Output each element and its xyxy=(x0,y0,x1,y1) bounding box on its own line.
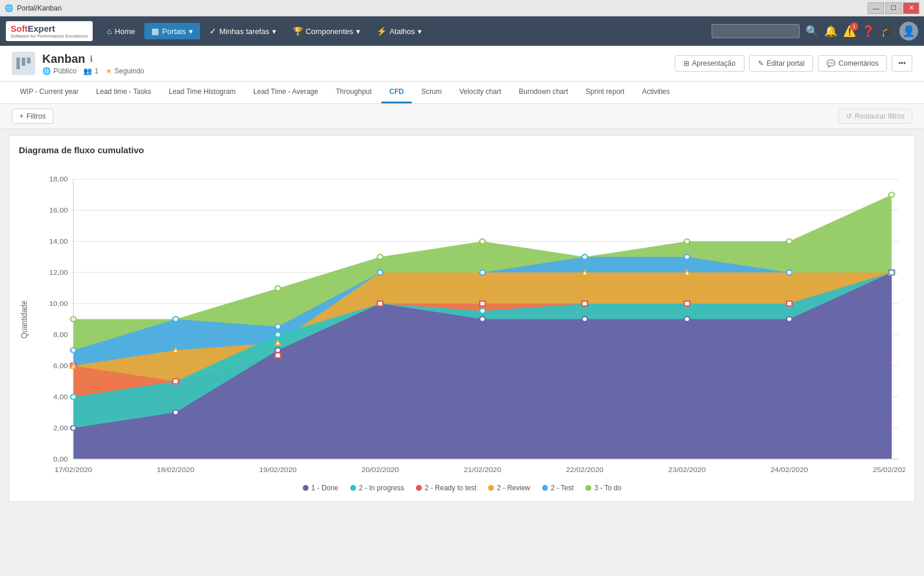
nav-componentes[interactable]: 🏆 Componentes ▾ xyxy=(286,23,367,39)
title-bar-icon: 🌐 xyxy=(5,4,13,12)
page-title-group: Kanban ℹ 🌐 Público 👥 1 ★ Seguindo xyxy=(42,52,144,75)
maximize-button[interactable]: ☐ xyxy=(885,2,902,14)
atalhos-icon: ⚡ xyxy=(377,26,387,36)
edit-icon: ✎ xyxy=(758,59,764,68)
svg-text:25/02/2020: 25/02/2020 xyxy=(873,466,905,473)
page-title: Kanban xyxy=(42,52,85,66)
done-point-8 xyxy=(787,316,792,321)
nav-home[interactable]: ⌂ Home xyxy=(100,23,142,39)
tab-velocity-chart[interactable]: Velocity chart xyxy=(451,82,509,103)
chart-container: Quantidade 18,00 16,00 14,00 12,00 10,00… xyxy=(19,161,905,478)
ready-color xyxy=(416,485,422,491)
nav-portais[interactable]: ▦ Portais ▾ xyxy=(144,23,199,39)
todo-point-7 xyxy=(684,239,689,244)
tab-activities[interactable]: Activities xyxy=(634,82,678,103)
close-button[interactable]: ✕ xyxy=(903,2,919,14)
inprog-point-5 xyxy=(480,308,485,313)
done-point-7 xyxy=(684,316,689,321)
test-point-5 xyxy=(480,270,485,275)
done-point-5 xyxy=(480,316,485,321)
editar-portal-button[interactable]: ✎ Editar portal xyxy=(749,55,814,72)
settings-button[interactable]: 🎓 xyxy=(881,25,893,38)
restore-icon: ↺ xyxy=(846,112,852,120)
help-button[interactable]: ❓ xyxy=(862,25,875,38)
tab-sprint-report[interactable]: Sprint report xyxy=(577,82,632,103)
alerts-button[interactable]: ⚠️ 1 xyxy=(843,25,856,38)
kanban-icon xyxy=(12,52,35,75)
followers-count: 1 xyxy=(94,67,99,75)
search-input[interactable] xyxy=(712,24,800,38)
inprog-point-3 xyxy=(275,332,280,337)
review-color xyxy=(488,485,494,491)
cfd-chart: Quantidade 18,00 16,00 14,00 12,00 10,00… xyxy=(19,161,905,478)
svg-text:10,00: 10,00 xyxy=(49,300,68,308)
info-icon[interactable]: ℹ xyxy=(90,54,93,63)
user-avatar[interactable]: 👤 xyxy=(899,22,918,41)
filter-bar: + Filtros ↺ Restaurar filtros xyxy=(0,104,924,129)
atalhos-dropdown-icon: ▾ xyxy=(418,27,422,36)
svg-text:22/02/2020: 22/02/2020 xyxy=(566,466,604,473)
tab-throughput[interactable]: Throughput xyxy=(327,82,380,103)
ready-point-4 xyxy=(377,301,383,306)
inprog-label: 2 - In progress xyxy=(359,484,404,492)
svg-text:17/02/2020: 17/02/2020 xyxy=(55,466,92,473)
svg-text:23/02/2020: 23/02/2020 xyxy=(668,466,706,473)
nav-home-label: Home xyxy=(115,27,136,36)
tabs: WIP - Current year Lead time - Tasks Lea… xyxy=(0,82,924,104)
window-controls[interactable]: — ☐ ✕ xyxy=(868,2,919,14)
svg-text:4,00: 4,00 xyxy=(53,393,68,401)
tab-cfd[interactable]: CFD xyxy=(381,82,412,103)
done-point-3 xyxy=(275,348,280,352)
tab-burndown-chart[interactable]: Burndown chart xyxy=(510,82,576,103)
comentarios-button[interactable]: 💬 Comentários xyxy=(818,55,887,72)
svg-text:18/02/2020: 18/02/2020 xyxy=(157,466,194,473)
test-point-4 xyxy=(377,270,383,275)
tab-lead-time-tasks[interactable]: Lead time - Tasks xyxy=(88,82,160,103)
tab-scrum[interactable]: Scrum xyxy=(413,82,450,103)
search-icon[interactable]: 🔍 xyxy=(805,25,818,38)
brand-expert: Expert xyxy=(28,23,55,33)
portais-dropdown-icon: ▾ xyxy=(189,27,193,36)
tarefas-icon: ✓ xyxy=(209,26,216,36)
tab-wip[interactable]: WIP - Current year xyxy=(12,82,87,103)
follow-item[interactable]: ★ Seguindo xyxy=(106,67,144,75)
main-content: Diagrama de fluxo cumulativo Quantidade … xyxy=(9,135,915,502)
star-icon: ★ xyxy=(106,67,112,75)
legend-done: 1 - Done xyxy=(303,484,339,492)
notifications-button[interactable]: 🔔 xyxy=(824,25,837,38)
apresentacao-button[interactable]: ⊞ Apresentação xyxy=(675,55,744,72)
restore-filters-button[interactable]: ↺ Restaurar filtros xyxy=(838,109,912,124)
ready-point-5 xyxy=(480,301,485,306)
nav-minhas-tarefas[interactable]: ✓ Minhas tarefas ▾ xyxy=(202,23,283,39)
inprog-color xyxy=(350,485,356,491)
test-point-2 xyxy=(173,316,178,321)
brand-soft: Soft xyxy=(11,23,28,33)
more-button[interactable]: ••• xyxy=(892,55,912,72)
ready-label: 2 - Ready to test xyxy=(425,484,476,492)
ready-point-2 xyxy=(173,379,178,383)
filter-button[interactable]: + Filtros xyxy=(12,109,53,124)
visibility-item: 🌐 Público xyxy=(42,67,76,75)
title-bar-text: Portal/Kanban xyxy=(17,4,62,12)
tab-lead-time-histogram[interactable]: Lead Time Histogram xyxy=(161,82,244,103)
nav-tarefas-label: Minhas tarefas xyxy=(219,27,269,36)
legend-review: 2 - Review xyxy=(488,484,530,492)
ready-point-7 xyxy=(684,301,689,306)
title-bar: 🌐 Portal/Kanban — ☐ ✕ xyxy=(0,0,924,16)
editar-label: Editar portal xyxy=(767,59,805,68)
legend-inprog: 2 - In progress xyxy=(350,484,404,492)
todo-color xyxy=(585,485,591,491)
nav-atalhos[interactable]: ⚡ Atalhos ▾ xyxy=(370,23,429,39)
svg-text:0,00: 0,00 xyxy=(53,456,68,463)
chart-legend: 1 - Done 2 - In progress 2 - Ready to te… xyxy=(19,484,905,492)
minimize-button[interactable]: — xyxy=(868,2,884,14)
brand-logo[interactable]: SoftExpert Software for Performance Exce… xyxy=(6,21,93,41)
tab-lead-time-average[interactable]: Lead Time - Average xyxy=(245,82,327,103)
test-color xyxy=(542,485,548,491)
page-header: Kanban ℹ 🌐 Público 👥 1 ★ Seguindo xyxy=(0,46,924,82)
follow-label: Seguindo xyxy=(114,67,144,75)
svg-text:21/02/2020: 21/02/2020 xyxy=(463,466,501,473)
more-icon: ••• xyxy=(898,59,906,68)
page-meta: 🌐 Público 👥 1 ★ Seguindo xyxy=(42,67,144,75)
tarefas-dropdown-icon: ▾ xyxy=(272,27,276,36)
